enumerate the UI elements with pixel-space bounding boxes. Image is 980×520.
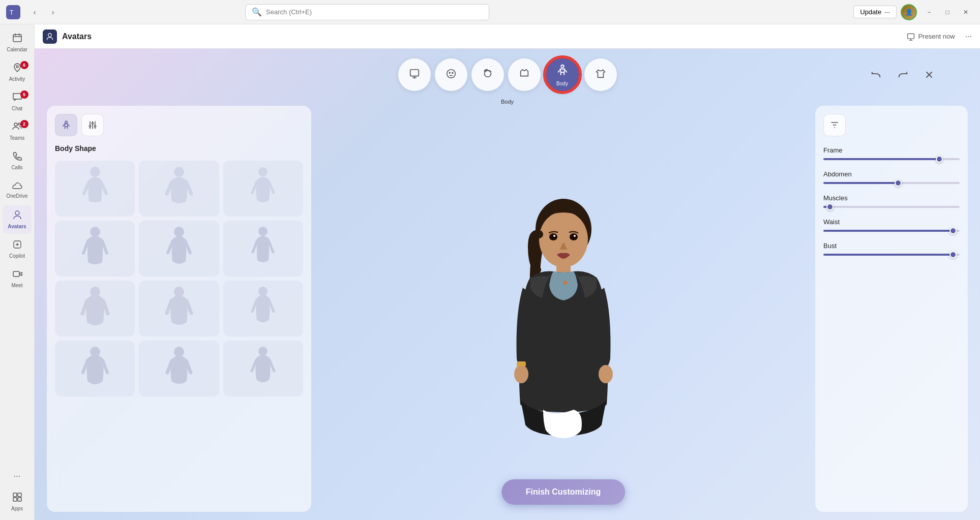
- svg-rect-14: [18, 498, 21, 501]
- minimize-button[interactable]: −: [921, 4, 937, 20]
- bust-slider-thumb[interactable]: [949, 251, 957, 258]
- panel-filter-button[interactable]: [823, 114, 846, 136]
- copilot-label: Copilot: [9, 253, 25, 259]
- body-shape-item[interactable]: [55, 221, 135, 277]
- body-shape-item[interactable]: [139, 221, 219, 277]
- svg-point-7: [18, 123, 20, 125]
- svg-point-84: [514, 365, 528, 383]
- toolbar-face-button[interactable]: [435, 58, 467, 91]
- body-shape-item[interactable]: [139, 161, 219, 217]
- redo-button[interactable]: [893, 65, 913, 85]
- sidebar-item-copilot[interactable]: Copilot: [3, 235, 32, 263]
- search-bar[interactable]: 🔍: [245, 4, 489, 20]
- finish-customizing-button[interactable]: Finish Customizing: [501, 479, 626, 505]
- body-shape-item[interactable]: [139, 281, 219, 337]
- body-shape-item[interactable]: [223, 221, 303, 277]
- forward-button[interactable]: ›: [45, 4, 61, 20]
- search-input[interactable]: [266, 8, 483, 16]
- sidebar: Calendar 6 Activity 5 Chat 2: [0, 24, 35, 520]
- abdomen-slider[interactable]: [823, 182, 960, 184]
- update-button[interactable]: Update ···: [853, 6, 897, 18]
- sidebar-item-activity[interactable]: 6 Activity: [3, 58, 32, 86]
- bust-slider[interactable]: [823, 254, 960, 256]
- body-shape-item[interactable]: [139, 341, 219, 396]
- main-layout: Calendar 6 Activity 5 Chat 2: [0, 24, 980, 520]
- body-shape-item[interactable]: [223, 341, 303, 396]
- maximize-button[interactable]: □: [939, 4, 956, 20]
- toolbar-right-actions: [866, 65, 939, 85]
- apps-icon: [12, 492, 22, 505]
- window-controls: − □ ✕: [921, 4, 974, 20]
- close-window-button[interactable]: ✕: [958, 4, 974, 20]
- sidebar-item-teams[interactable]: 2 Teams: [3, 117, 32, 145]
- meet-icon: [12, 269, 22, 282]
- body-shape-item[interactable]: [223, 161, 303, 217]
- muscles-slider-label: Muscles: [823, 194, 960, 202]
- meet-label: Meet: [11, 283, 22, 288]
- sidebar-more-button[interactable]: ···: [3, 466, 32, 486]
- svg-point-83: [574, 235, 576, 237]
- svg-point-53: [174, 227, 184, 237]
- body-shape-title: Body Shape: [55, 144, 303, 152]
- panel-tab-adjust[interactable]: [81, 114, 104, 136]
- toolbar-style-button[interactable]: [508, 58, 541, 91]
- close-editor-button[interactable]: [919, 65, 939, 85]
- body-shape-item[interactable]: [55, 161, 135, 217]
- onedrive-label: OneDrive: [6, 193, 27, 199]
- calendar-icon: [12, 33, 22, 46]
- back-button[interactable]: ‹: [26, 4, 43, 20]
- sidebar-item-onedrive[interactable]: OneDrive: [3, 176, 32, 204]
- svg-point-81: [570, 233, 578, 240]
- sidebar-item-meet[interactable]: Meet: [3, 264, 32, 293]
- abdomen-slider-thumb[interactable]: [895, 179, 902, 187]
- activity-badge: 6: [20, 61, 28, 69]
- frame-slider-label: Frame: [823, 146, 960, 154]
- svg-point-74: [258, 347, 268, 356]
- svg-point-6: [14, 123, 17, 126]
- svg-point-33: [65, 121, 67, 123]
- svg-point-56: [258, 227, 268, 236]
- undo-button[interactable]: [866, 65, 886, 85]
- waist-slider-label: Waist: [823, 218, 960, 226]
- waist-slider-group: Waist: [823, 218, 960, 232]
- waist-slider-thumb[interactable]: [949, 227, 957, 234]
- user-avatar[interactable]: 👤: [901, 4, 917, 20]
- sidebar-item-chat[interactable]: 5 Chat: [3, 87, 32, 116]
- svg-line-28: [565, 70, 567, 72]
- hair-icon: [482, 68, 493, 82]
- muscles-slider-thumb[interactable]: [826, 203, 834, 210]
- svg-rect-86: [517, 361, 526, 366]
- sidebar-item-apps[interactable]: Apps: [3, 487, 32, 516]
- app-header-more[interactable]: ···: [965, 32, 972, 41]
- editor-body: Body Shape: [35, 106, 980, 520]
- body-shape-item[interactable]: [223, 281, 303, 337]
- svg-point-38: [92, 123, 93, 124]
- sidebar-item-calls[interactable]: Calls: [3, 146, 32, 175]
- copilot-icon: [12, 239, 22, 252]
- panel-tab-shape[interactable]: [55, 114, 77, 136]
- bust-slider-fill: [823, 254, 953, 256]
- toolbar-body-button[interactable]: Body: [545, 57, 580, 93]
- present-now-button[interactable]: Present now: [903, 30, 959, 43]
- waist-slider[interactable]: [823, 230, 960, 232]
- svg-point-22: [447, 69, 455, 78]
- abdomen-slider-label: Abdomen: [823, 170, 960, 178]
- body-shape-item[interactable]: [55, 281, 135, 337]
- toolbar-outfit-button[interactable]: [584, 58, 617, 91]
- svg-line-58: [269, 240, 273, 252]
- frame-slider-thumb[interactable]: [936, 156, 943, 163]
- update-more: ···: [884, 8, 890, 16]
- body-shape-item[interactable]: [55, 341, 135, 396]
- svg-point-87: [563, 281, 567, 285]
- muscles-slider[interactable]: [823, 206, 960, 208]
- avatars-icon: [12, 210, 22, 223]
- toolbar-hair-button[interactable]: [471, 58, 504, 91]
- sidebar-item-calendar[interactable]: Calendar: [3, 28, 32, 57]
- svg-line-43: [101, 182, 106, 194]
- toolbar-pose-button[interactable]: [398, 58, 431, 91]
- calendar-label: Calendar: [7, 47, 27, 52]
- apps-label: Apps: [11, 506, 23, 511]
- sidebar-item-avatars[interactable]: Avatars: [3, 205, 32, 234]
- svg-point-85: [599, 365, 613, 383]
- frame-slider[interactable]: [823, 158, 960, 160]
